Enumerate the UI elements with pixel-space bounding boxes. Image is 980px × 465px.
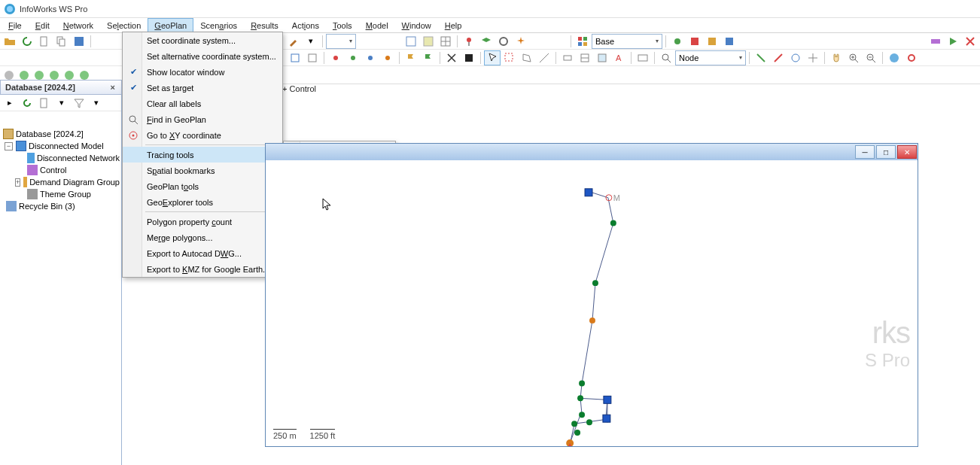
database-panel-close-icon[interactable]: ×: [109, 83, 117, 92]
pin-icon[interactable]: [461, 34, 477, 49]
style-dropdown[interactable]: [326, 34, 356, 49]
tree-control[interactable]: Control: [2, 164, 120, 176]
menu-actions[interactable]: Actions: [285, 18, 326, 32]
zoomout-icon[interactable]: [863, 50, 879, 65]
trace3-icon[interactable]: [787, 50, 804, 65]
menu-geoplan-tools[interactable]: GeoPlan tools▶: [123, 178, 282, 194]
dropdown-icon[interactable]: ▾: [303, 34, 319, 49]
node-b-icon[interactable]: [362, 50, 379, 65]
refresh-icon[interactable]: [19, 34, 35, 49]
select-rect-icon[interactable]: [501, 50, 518, 65]
trace1-icon[interactable]: [753, 50, 769, 65]
node-dropdown[interactable]: Node: [675, 50, 746, 65]
zoomin-icon[interactable]: [845, 50, 862, 65]
menu-geoexplorer-tools[interactable]: GeoExplorer tools▶: [123, 194, 282, 210]
tree-network[interactable]: Disconnected Network: [2, 152, 120, 164]
menu-geoplan[interactable]: GeoPlan: [148, 18, 193, 32]
tree-up-icon[interactable]: ▸: [2, 96, 18, 111]
t2-icon[interactable]: [577, 50, 593, 65]
trace4-icon[interactable]: [805, 50, 821, 65]
save-icon[interactable]: [71, 34, 87, 49]
tree-root[interactable]: Database [2024.2]: [2, 128, 120, 140]
menu-scenarios[interactable]: Scenarios: [193, 18, 244, 32]
menu-results[interactable]: Results: [244, 18, 285, 32]
tool-b-icon[interactable]: [686, 34, 703, 49]
t3-icon[interactable]: [594, 50, 610, 65]
flag1-icon[interactable]: [403, 50, 419, 65]
rule-icon[interactable]: [536, 50, 552, 65]
world-icon[interactable]: [886, 50, 902, 65]
tree-more-icon[interactable]: ▾: [88, 96, 105, 111]
menu-merge-polygons[interactable]: Merge polygons...: [123, 229, 282, 245]
new-icon[interactable]: [36, 34, 53, 49]
menu-file[interactable]: File: [2, 18, 29, 32]
expand-icon[interactable]: +: [15, 178, 20, 187]
x-icon[interactable]: [962, 34, 978, 49]
copy-icon[interactable]: [53, 34, 70, 49]
pointer-icon[interactable]: [484, 50, 501, 65]
brush-icon[interactable]: [285, 34, 302, 49]
menu-set-alt-coord[interactable]: Set alternative coordinate system...: [123, 48, 282, 64]
menu-help[interactable]: Help: [438, 18, 469, 32]
node-r-icon[interactable]: [327, 50, 344, 65]
menu-export-dwg[interactable]: Export to Autocad DWG...: [123, 245, 282, 261]
box2-icon[interactable]: [304, 50, 321, 65]
menu-set-coord[interactable]: Set coordinate system...: [123, 32, 282, 48]
menu-model[interactable]: Model: [359, 18, 395, 32]
tool-c-icon[interactable]: [704, 34, 720, 49]
menu-edit[interactable]: Edit: [29, 18, 56, 32]
window-minimize-button[interactable]: ─: [855, 145, 875, 159]
layers-icon[interactable]: [478, 34, 495, 49]
geoplan-window-titlebar[interactable]: ─ □ ✕: [266, 144, 918, 160]
label-icon[interactable]: [635, 50, 651, 65]
find-icon[interactable]: [658, 50, 674, 65]
grid1-icon[interactable]: [403, 34, 419, 49]
trace2-icon[interactable]: [770, 50, 787, 65]
tree-demand[interactable]: + Demand Diagram Group: [2, 176, 120, 188]
window-close-button[interactable]: ✕: [897, 145, 917, 159]
menu-tools[interactable]: Tools: [326, 18, 359, 32]
control-icon[interactable]: [927, 34, 944, 49]
text-icon[interactable]: A: [611, 50, 628, 65]
theme-icon[interactable]: [574, 34, 591, 49]
tree-theme[interactable]: Theme Group: [2, 188, 120, 200]
clear-icon[interactable]: [461, 50, 477, 65]
play-icon[interactable]: [945, 34, 961, 49]
gear2-icon[interactable]: [903, 50, 920, 65]
hand-icon[interactable]: [828, 50, 845, 65]
menu-clear-labels[interactable]: Clear all labels: [123, 96, 282, 111]
node-g-icon[interactable]: [345, 50, 361, 65]
tree-refresh-icon[interactable]: [19, 96, 35, 111]
tool-a-icon[interactable]: [669, 34, 686, 49]
tree-view-icon[interactable]: ▾: [53, 96, 70, 111]
menu-tracing-tools[interactable]: Tracing tools▶: [123, 147, 282, 163]
menu-window[interactable]: Window: [395, 18, 438, 32]
menu-export-kmz[interactable]: Export to KMZ for Google Earth...: [123, 261, 282, 277]
menu-network[interactable]: Network: [56, 18, 100, 32]
del-icon[interactable]: [443, 50, 460, 65]
menu-goto-xy[interactable]: Go to XY coordinate: [123, 127, 282, 143]
grid2-icon[interactable]: [420, 34, 437, 49]
t1-icon[interactable]: [559, 50, 576, 65]
tool-d-icon[interactable]: [721, 34, 738, 49]
tree-filter-icon[interactable]: [71, 96, 87, 111]
tree-model[interactable]: − Disconnected Model: [2, 140, 120, 152]
geoplan-canvas[interactable]: M 250 m 1250 ft rks S Pro: [266, 160, 918, 446]
menu-find[interactable]: Find in GeoPlan: [123, 111, 282, 127]
tree-new-icon[interactable]: [36, 96, 53, 111]
grid3-icon[interactable]: [437, 34, 454, 49]
menu-spatial-bookmarks[interactable]: Spatial bookmarks▶: [123, 163, 282, 178]
menu-set-target[interactable]: ✔Set as target: [123, 80, 282, 96]
scenario-dropdown[interactable]: Base: [592, 34, 662, 49]
menu-selection[interactable]: Selection: [100, 18, 148, 32]
flag2-icon[interactable]: [420, 50, 437, 65]
window-maximize-button[interactable]: □: [876, 145, 896, 159]
menu-show-locator[interactable]: ✔Show locator window: [123, 64, 282, 80]
expand-icon[interactable]: −: [5, 142, 13, 150]
gear-icon[interactable]: [495, 34, 512, 49]
menu-polygon-count[interactable]: Polygon property count▶: [123, 214, 282, 229]
spark-icon[interactable]: [513, 34, 529, 49]
open-icon[interactable]: [2, 34, 18, 49]
tree-bin[interactable]: Recycle Bin (3): [2, 200, 120, 212]
select-poly-icon[interactable]: [519, 50, 535, 65]
